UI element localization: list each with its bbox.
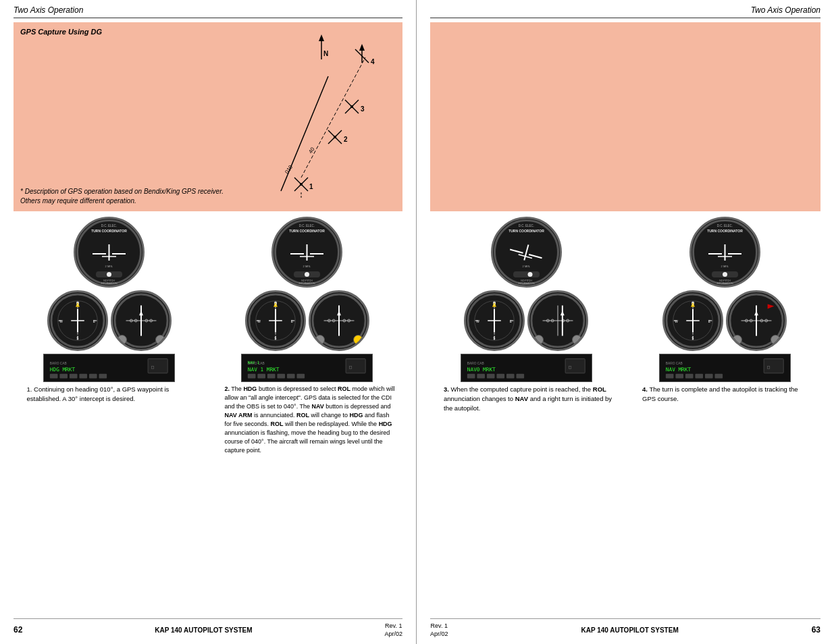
hsi-2: N E S W <box>245 290 306 351</box>
cdi-3 <box>527 290 588 351</box>
left-page: Two Axis Operation GPS Capture Using DG … <box>0 0 417 644</box>
svg-rect-70 <box>99 374 107 379</box>
svg-text:INFORMATION: INFORMATION <box>716 282 733 285</box>
cdi-1 <box>111 290 172 351</box>
right-footer: Rev. 1 Apr/02 KAP 140 AUTOPILOT SYSTEM 6… <box>430 618 820 639</box>
step1-description: 1. Continuing on heading 010°, a GPS way… <box>22 385 197 404</box>
svg-rect-165 <box>477 374 485 379</box>
svg-rect-115 <box>248 374 256 379</box>
svg-point-159 <box>572 335 581 344</box>
svg-text:2 MIN.: 2 MIN. <box>522 265 530 268</box>
turn-coordinator-1: D.C. ELEC. TURN COORDINATOR 2 MIN. NO PI… <box>74 217 145 288</box>
svg-text:HDG  MRKT: HDG MRKT <box>50 367 76 373</box>
svg-text:D.C. ELEC.: D.C. ELEC. <box>518 224 533 227</box>
svg-point-60 <box>155 335 165 344</box>
svg-rect-168 <box>506 374 514 379</box>
svg-point-21 <box>300 183 303 186</box>
svg-rect-118 <box>277 374 285 379</box>
left-page-number: 62 <box>14 625 22 635</box>
svg-text:010: 010 <box>284 164 294 176</box>
svg-text:D.C. ELEC.: D.C. ELEC. <box>101 224 117 227</box>
svg-point-15 <box>334 136 336 138</box>
step1-instruments: D.C. ELEC. TURN COORDINATOR 2 MIN. NO PI… <box>14 217 205 614</box>
svg-text:BARO  CAB: BARO CAB <box>665 362 682 365</box>
step3-instruments: D.C. ELEC. TURN COORDINATOR 2 MIN. NO P <box>430 217 622 614</box>
svg-rect-119 <box>287 374 295 379</box>
svg-marker-1 <box>319 34 324 41</box>
gps-caption: GPS Capture Using DG <box>20 28 102 36</box>
svg-point-33 <box>107 272 111 277</box>
svg-rect-215 <box>675 374 683 379</box>
svg-text:BARO  CAB: BARO CAB <box>467 362 484 365</box>
gps-footnote: * Description of GPS operation based on … <box>20 187 236 206</box>
step3-description: 3. When the computed capture point is re… <box>438 385 614 412</box>
svg-text:TURN COORDINATOR: TURN COORDINATOR <box>509 229 544 233</box>
svg-rect-166 <box>486 374 494 379</box>
right-page-number: 63 <box>812 625 820 635</box>
left-footer-rev: Rev. 1 Apr/02 <box>384 622 402 639</box>
svg-text:TURN COORDINATOR: TURN COORDINATOR <box>289 229 325 233</box>
svg-text:2: 2 <box>344 136 348 143</box>
svg-marker-5 <box>359 44 365 51</box>
right-page: Two Axis Operation D.C. ELEC. TURN COORD… <box>417 0 834 644</box>
step4-small-instruments: N E S W <box>662 290 787 351</box>
hsi-4: N E S W <box>662 290 723 351</box>
left-footer-title: KAP 140 AUTOPILOT SYSTEM <box>155 626 252 634</box>
kap-display-2: BARO CAB NAV 1 MRKT NAV 1 □ <box>241 354 373 382</box>
kap-display-1: BARO CAB HDG MRKT □ <box>43 354 175 382</box>
svg-rect-164 <box>467 374 475 379</box>
hsi-3: N E S W <box>464 290 525 351</box>
svg-rect-69 <box>89 374 97 379</box>
svg-rect-214 <box>665 374 673 379</box>
svg-rect-116 <box>257 374 265 379</box>
svg-text:NAV 1  MRKT: NAV 1 MRKT <box>248 367 280 373</box>
svg-text:NAV0  MRKT: NAV0 MRKT <box>467 367 495 373</box>
svg-text:BARO  CAB: BARO CAB <box>50 362 67 365</box>
svg-text:40: 40 <box>307 146 316 155</box>
svg-point-82 <box>305 272 309 277</box>
svg-text:TURN COORDINATOR: TURN COORDINATOR <box>91 229 127 233</box>
svg-point-110 <box>315 335 324 344</box>
svg-text:1: 1 <box>309 183 313 190</box>
svg-rect-131 <box>513 271 540 277</box>
svg-point-160 <box>534 335 544 344</box>
svg-rect-218 <box>704 374 712 379</box>
svg-rect-67 <box>70 374 78 379</box>
svg-text:INFORMATION: INFORMATION <box>101 282 118 285</box>
kap-display-4: BARO CAB NAV MRKT □ <box>659 354 791 382</box>
svg-point-208 <box>771 335 780 344</box>
step2-description: 2. The HDG button is depressed to select… <box>219 385 395 455</box>
svg-text:D.C. ELEC.: D.C. ELEC. <box>299 224 315 227</box>
left-footer: 62 KAP 140 AUTOPILOT SYSTEM Rev. 1 Apr/0… <box>14 618 402 639</box>
svg-point-210 <box>733 335 742 344</box>
right-header: Two Axis Operation <box>430 5 820 18</box>
svg-text:N: N <box>323 50 328 57</box>
svg-point-181 <box>723 272 727 277</box>
svg-text:NAV 1: NAV 1 <box>248 360 260 365</box>
right-footer-rev: Rev. 1 Apr/02 <box>430 622 448 639</box>
navigation-diagram: N 4 3 2 <box>240 29 396 198</box>
instruments-section-left: D.C. ELEC. TURN COORDINATOR 2 MIN. NO PI… <box>14 217 402 614</box>
svg-rect-219 <box>714 374 723 379</box>
svg-point-109 <box>353 335 363 344</box>
turn-coordinator-4: D.C. ELEC. TURN COORDINATOR 2 MIN. NO PI… <box>689 217 760 288</box>
svg-point-61 <box>117 335 126 344</box>
svg-rect-117 <box>267 374 276 379</box>
gps-diagram-right <box>430 22 820 211</box>
svg-rect-66 <box>59 374 68 379</box>
svg-text:INFORMATION: INFORMATION <box>518 282 535 285</box>
hsi-1: N E S W <box>47 290 108 351</box>
right-footer-title: KAP 140 AUTOPILOT SYSTEM <box>581 626 678 634</box>
kap-display-3: BARO CAB NAV0 MRKT □ <box>461 354 592 382</box>
turn-coordinator-3: D.C. ELEC. TURN COORDINATOR 2 MIN. NO P <box>491 217 562 288</box>
step3-small-instruments: N E S W <box>464 290 588 351</box>
svg-text:INFORMATION: INFORMATION <box>298 282 315 285</box>
svg-text:4: 4 <box>371 58 375 65</box>
svg-rect-167 <box>496 374 504 379</box>
svg-rect-65 <box>50 374 58 379</box>
svg-rect-68 <box>79 374 87 379</box>
svg-point-132 <box>527 272 532 277</box>
svg-text:2 MIN.: 2 MIN. <box>721 265 729 268</box>
svg-rect-217 <box>695 374 703 379</box>
svg-text:NAV  MRKT: NAV MRKT <box>665 367 691 373</box>
